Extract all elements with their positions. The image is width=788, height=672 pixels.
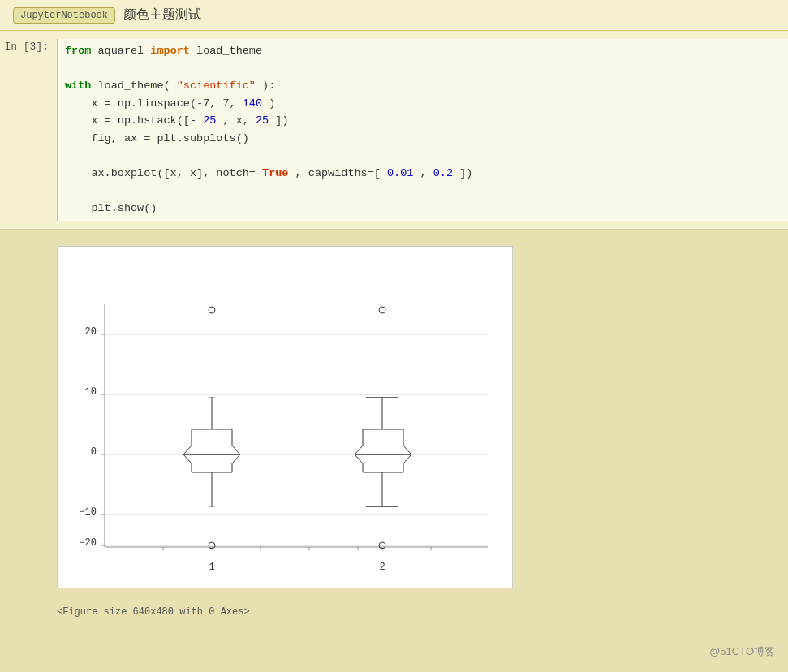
kw-from: from [65,45,91,57]
svg-text:20: 20 [85,326,97,338]
header-title: 颜色主题测试 [123,6,201,24]
kw-import: import [150,45,190,57]
num-02: 0.2 [433,167,453,179]
watermark: @51CTO博客 [709,644,775,659]
code-line-1: from aquarel import load_theme [65,42,782,60]
kw-true: True [262,167,288,179]
cell-code[interactable]: from aquarel import load_theme with load… [57,39,788,221]
num-25a: 25 [203,114,216,127]
code-line-4: x = np.linspace(-7, 7, 140 ) [65,95,782,113]
figure-caption: <Figure size 640x480 with 0 Axes> [57,606,731,618]
code-line-10: plt.show() [65,200,782,218]
svg-marker-29 [183,429,240,472]
svg-text:0: 0 [91,446,97,458]
code-line-5: x = np.hstack([- 25 , x, 25 ]) [65,112,782,130]
svg-text:2: 2 [379,562,385,573]
svg-text:10: 10 [85,386,97,398]
header-badge: JupyterNotebook [13,7,115,24]
code-line-6: fig, ax = plt.subplots() [65,130,782,148]
str-scientific: "scientific" [177,80,256,92]
svg-marker-37 [355,429,411,472]
code-cell: In [3]: from aquarel import load_theme w… [0,31,788,230]
svg-point-26 [209,307,215,313]
plot-svg: 20 10 0 −10 −20 1 2 [66,255,504,579]
code-line-3: with load_theme( "scientific" ): [65,77,782,95]
num-140: 140 [243,97,262,110]
header-bar: JupyterNotebook 颜色主题测试 [0,0,788,31]
num-001: 0.01 [387,167,413,179]
num-25b: 25 [256,114,269,127]
cell-label: In [3]: [0,39,57,221]
plot-container: 20 10 0 −10 −20 1 2 [57,246,513,588]
kw-with: with [65,80,91,92]
code-line-8: ax.boxplot([x, x], notch= True , capwidt… [65,165,782,183]
svg-text:1: 1 [209,562,214,573]
svg-point-34 [379,307,385,313]
svg-text:−20: −20 [79,537,97,549]
svg-text:−10: −10 [79,506,97,518]
output-area: 20 10 0 −10 −20 1 2 [0,230,788,634]
